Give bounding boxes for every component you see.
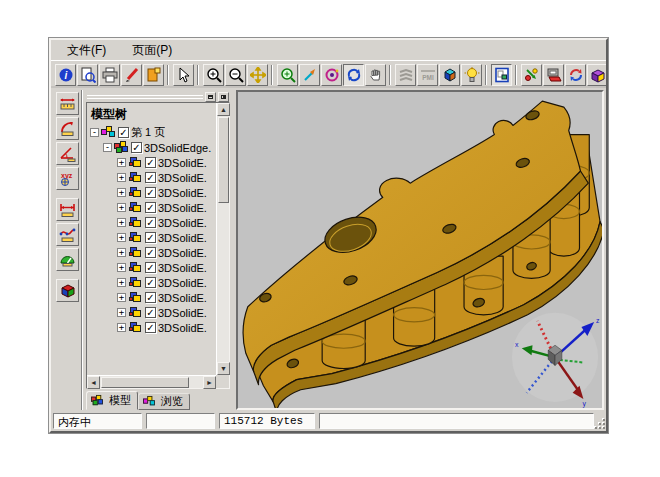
rotate-view-button[interactable]: [321, 64, 342, 86]
scroll-thumb[interactable]: [218, 117, 229, 203]
scroll-left-icon[interactable]: ◄: [87, 376, 100, 389]
pmi-button[interactable]: PMI: [417, 64, 438, 86]
zoom-out-icon: [228, 67, 244, 83]
dim-angle-button[interactable]: [56, 142, 79, 165]
tree-checkbox[interactable]: ✓: [145, 307, 156, 318]
document-edit-button[interactable]: [143, 64, 164, 86]
hand-pan-button[interactable]: [365, 64, 386, 86]
tree-expand-toggle[interactable]: -: [90, 128, 99, 137]
select-cursor-button[interactable]: [173, 64, 194, 86]
tree-checkbox[interactable]: ✓: [145, 172, 156, 183]
info-button[interactable]: i: [55, 64, 76, 86]
tree-item-label[interactable]: 3DSolidE.: [158, 307, 207, 319]
tree-expand-toggle[interactable]: +: [117, 248, 126, 257]
refresh-button[interactable]: [343, 64, 364, 86]
tab-browse[interactable]: 浏览: [138, 393, 190, 410]
gauge-button[interactable]: [56, 248, 79, 271]
tree-item-label[interactable]: 3DSolidE.: [158, 232, 207, 244]
tree-expand-toggle[interactable]: +: [117, 188, 126, 197]
panel-dock-button[interactable]: [218, 92, 229, 102]
tree-vertical-scrollbar[interactable]: ▲ ▼: [216, 103, 229, 375]
cube-view-button[interactable]: [439, 64, 460, 86]
tree-expand-toggle[interactable]: +: [117, 263, 126, 272]
coord-xyz-button[interactable]: xyz: [56, 167, 79, 190]
tree-expand-toggle[interactable]: +: [117, 308, 126, 317]
layers-button[interactable]: [395, 64, 416, 86]
light-button[interactable]: [461, 64, 482, 86]
tree-checkbox[interactable]: ✓: [145, 217, 156, 228]
tree-horizontal-scrollbar[interactable]: ◄ ►: [87, 375, 216, 388]
scroll-thumb[interactable]: [101, 377, 189, 388]
tree-item-label[interactable]: 3DSolidE.: [158, 277, 207, 289]
tree-item-label[interactable]: 3DSolidE.: [158, 322, 207, 334]
tree-checkbox[interactable]: ✓: [131, 142, 142, 153]
tree-tabs: 模型 浏览: [86, 389, 230, 410]
tree-checkbox[interactable]: ✓: [145, 292, 156, 303]
tree-expand-toggle[interactable]: +: [117, 173, 126, 182]
tree-checkbox[interactable]: ✓: [145, 262, 156, 273]
resize-grip-icon[interactable]: [594, 418, 605, 429]
tree-expand-toggle[interactable]: -: [103, 143, 112, 152]
print-button[interactable]: [99, 64, 120, 86]
measure-solid-button[interactable]: [56, 279, 79, 302]
tree-checkbox[interactable]: ✓: [145, 157, 156, 168]
toolbar-separator: [485, 65, 487, 85]
tab-model[interactable]: 模型: [86, 391, 138, 410]
transform-button[interactable]: [521, 64, 542, 86]
tree-checkbox[interactable]: ✓: [145, 232, 156, 243]
zoom-dynamic-button[interactable]: [299, 64, 320, 86]
tree-item-label[interactable]: 3DSolidE.: [158, 247, 207, 259]
scroll-up-icon[interactable]: ▲: [217, 103, 230, 116]
tree-checkbox[interactable]: ✓: [118, 127, 129, 138]
tree-item-label[interactable]: 3DSolidEdge.: [144, 142, 211, 154]
tree-item-label[interactable]: 3DSolidE.: [158, 292, 207, 304]
tree-expand-toggle[interactable]: +: [117, 293, 126, 302]
tree-checkbox[interactable]: ✓: [145, 202, 156, 213]
tree-row: +✓3DSolidE.: [87, 290, 215, 305]
tree-checkbox[interactable]: ✓: [145, 187, 156, 198]
page-stack-icon: [101, 126, 116, 139]
print-preview-icon: [80, 67, 96, 83]
zoom-window-button[interactable]: [277, 64, 298, 86]
viewport-3d[interactable]: z x y: [236, 90, 604, 410]
tree-item-label[interactable]: 第 1 页: [131, 125, 165, 140]
pan-button[interactable]: [247, 64, 268, 86]
tree-item-label[interactable]: 3DSolidE.: [158, 202, 207, 214]
tree-expand-toggle[interactable]: +: [117, 323, 126, 332]
panel-grip[interactable]: [86, 91, 230, 102]
tree-item-label[interactable]: 3DSolidE.: [158, 172, 207, 184]
tree-item-label[interactable]: 3DSolidE.: [158, 187, 207, 199]
maximize-icon: [208, 95, 213, 99]
dim-radius-button[interactable]: [56, 117, 79, 140]
panel-maximize-button[interactable]: [205, 92, 216, 102]
tree-item-label[interactable]: 3DSolidE.: [158, 217, 207, 229]
zoom-out-button[interactable]: [225, 64, 246, 86]
tree-checkbox[interactable]: ✓: [145, 247, 156, 258]
print-3d-button[interactable]: [543, 64, 564, 86]
tree-checkbox[interactable]: ✓: [145, 277, 156, 288]
tree-expand-toggle[interactable]: +: [117, 158, 126, 167]
tree-expand-toggle[interactable]: +: [117, 218, 126, 227]
menu-page[interactable]: 页面(P): [126, 41, 178, 60]
tree-expand-toggle[interactable]: +: [117, 278, 126, 287]
export-cube-button[interactable]: [587, 64, 606, 86]
zoom-in-button[interactable]: [203, 64, 224, 86]
print-preview-button[interactable]: [77, 64, 98, 86]
page-frame-button[interactable]: [491, 64, 512, 86]
tree-item-label[interactable]: 3DSolidE.: [158, 157, 207, 169]
annotate-pen-button[interactable]: [121, 64, 142, 86]
solid-cube-icon: [128, 276, 143, 289]
tree-expand-toggle[interactable]: +: [117, 203, 126, 212]
scroll-right-icon[interactable]: ►: [203, 376, 216, 389]
dim-distance-button[interactable]: [56, 198, 79, 221]
solid-cube-icon: [128, 156, 143, 169]
update-button[interactable]: [565, 64, 586, 86]
tree-checkbox[interactable]: ✓: [145, 322, 156, 333]
tree-item-label[interactable]: 3DSolidE.: [158, 262, 207, 274]
menu-file[interactable]: 文件(F): [61, 41, 112, 60]
curve-measure-button[interactable]: [56, 223, 79, 246]
dim-linear-button[interactable]: [56, 92, 79, 115]
scroll-down-icon[interactable]: ▼: [217, 362, 230, 375]
rotate-view-icon: [324, 67, 340, 83]
tree-expand-toggle[interactable]: +: [117, 233, 126, 242]
